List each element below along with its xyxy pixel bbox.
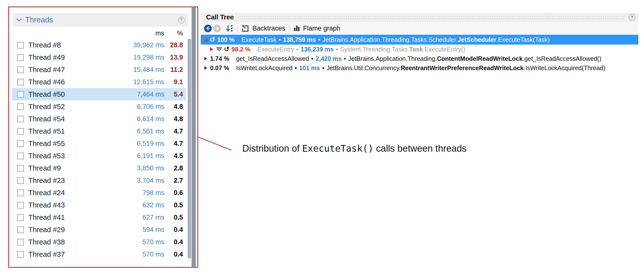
backtraces-button[interactable]: Backtraces [242,24,286,32]
thread-checkbox[interactable] [17,54,24,61]
thread-percent: 4.7 [164,140,183,148]
thread-row[interactable]: Thread #23 3,704 ms 2.7 [12,174,186,186]
thread-row[interactable]: Thread #38 570 ms 0.4 [12,236,186,248]
call-tree-row[interactable]: 0.07 % IsWriteLockAcquired • 101 ms • Je… [201,63,638,72]
thread-ms: 3,850 ms [127,164,164,172]
thread-checkbox[interactable] [17,66,24,73]
chevron-down-icon[interactable] [16,18,22,22]
thread-row[interactable]: Thread #52 6,706 ms 4.8 [12,100,186,113]
column-header-percent[interactable]: % [164,30,183,37]
help-icon[interactable]: ? [178,17,185,24]
thread-name: Thread #23 [24,176,127,185]
thread-row[interactable]: Thread #53 6,191 ms 4.5 [12,150,186,162]
thread-checkbox[interactable] [17,91,24,98]
panel-splitter[interactable] [192,8,196,267]
thread-row[interactable]: Thread #54 6,614 ms 4.8 [12,113,186,125]
row-namespace: JetBrains.Application.Threading. [348,55,437,62]
thread-row[interactable]: Thread #41 627 ms 0.5 [12,211,186,224]
threads-column-headers: ms % [12,28,186,38]
threads-list: Thread #8 39,962 ms 28.8 Thread #49 19,2… [12,39,186,260]
thread-checkbox[interactable] [17,251,24,258]
thread-checkbox[interactable] [17,42,24,48]
threads-panel-title: Threads [25,16,53,24]
thread-percent: 2.8 [164,164,183,172]
expanded-arrow-icon[interactable] [203,37,208,42]
thread-row[interactable]: Thread #51 6,561 ms 4.7 [12,125,186,137]
help-icon[interactable]: ? [629,14,636,21]
drag-grip[interactable] [239,15,624,20]
thread-row[interactable]: Thread #8 39,962 ms 28.8 [12,39,186,51]
thread-row[interactable]: Thread #37 570 ms 0.4 [12,248,186,260]
thread-row[interactable]: Thread #43 632 ms 0.5 [12,199,186,211]
thread-ms: 6,614 ms [127,115,164,123]
thread-ms: 570 ms [127,238,164,246]
threads-scrollbar-thumb[interactable] [188,39,191,258]
profiler-screenshot: { "colors": { "annotation_red": "#c0504d… [0,0,644,274]
collapsed-arrow-icon[interactable] [209,46,214,52]
thread-row[interactable]: Thread #49 19,298 ms 13.9 [12,51,186,64]
thread-row[interactable]: Thread #29 594 ms 0.4 [12,224,186,236]
thread-percent: 11.2 [164,66,183,74]
thread-ms: 6,191 ms [127,152,164,160]
thread-ms: 3,704 ms [127,177,164,184]
call-tree-row[interactable]: 1.74 % get_IsReadAccessAllowed • 2,420 m… [201,54,638,63]
thread-row[interactable]: Thread #55 6,519 ms 4.7 [12,137,186,150]
row-method: get_IsReadAccessAllowed [236,55,309,62]
thread-checkbox[interactable] [17,128,24,135]
thread-checkbox[interactable] [17,177,24,184]
back-button[interactable] [204,24,212,32]
thread-name: Thread #55 [24,140,127,148]
thread-name: Thread #52 [24,103,127,111]
row-percent: 0.07 % [210,64,229,72]
arrow-left-icon [206,26,210,31]
thread-row[interactable]: Thread #24 798 ms 0.6 [12,186,186,199]
thread-checkbox[interactable] [17,140,24,147]
thread-ms: 15,484 ms [127,66,164,74]
row-method: IsWriteLockAcquired [236,64,292,72]
thread-row-selected[interactable]: Thread #50 7,464 ms 5.4 [12,88,186,100]
row-namespace: System.Threading.Tasks. [340,46,409,53]
thread-name: Thread #46 [24,78,127,86]
collapsed-arrow-icon[interactable] [203,65,208,71]
thread-name: Thread #29 [24,226,127,234]
thread-name: Thread #53 [24,152,127,160]
thread-checkbox[interactable] [17,226,24,233]
thread-name: Thread #50 [24,90,127,98]
thread-checkbox[interactable] [17,165,24,172]
row-percent: 98.2 % [232,46,251,53]
thread-row[interactable]: Thread #9 3,850 ms 2.8 [12,162,186,174]
column-header-ms[interactable]: ms [127,30,164,37]
flame-graph-button[interactable]: Flame graph [294,24,340,32]
thread-checkbox[interactable] [17,116,24,122]
thread-checkbox[interactable] [17,214,24,221]
call-tree-row[interactable]: ↺ 98.2 % ExecuteEntry • 136,239 ms • Sys… [201,44,638,54]
row-namespace: JetBrains.Util.Concurrency. [326,64,401,72]
arrow-right-icon [215,26,220,31]
bullet-separator: • [296,46,298,53]
thread-checkbox[interactable] [17,239,24,246]
thread-ms: 39,962 ms [127,41,164,49]
row-percent: 1.74 % [210,55,229,62]
thread-checkbox[interactable] [17,79,24,86]
thread-checkbox[interactable] [17,153,24,159]
thread-checkbox[interactable] [17,202,24,208]
thread-checkbox[interactable] [17,190,24,196]
call-tree-row-selected[interactable]: ↺ 100 % ExecuteTask • 138,759 ms • JetBr… [201,35,638,44]
forward-button[interactable] [213,24,221,32]
bullet-separator: • [318,36,320,43]
thread-checkbox[interactable] [17,104,24,110]
call-tree-header[interactable]: Call Tree ? [201,13,638,22]
thread-ms: 6,561 ms [127,128,164,135]
thread-percent: 0.4 [164,250,183,258]
annotation-suffix: calls between threads [373,143,466,154]
thread-percent: 0.5 [164,202,183,209]
collapsed-arrow-icon[interactable] [203,56,208,61]
sort-order-icon[interactable] [225,24,233,32]
threads-panel-header[interactable]: Threads ? [13,13,188,26]
row-ms: 136,239 ms [301,46,334,53]
thread-row[interactable]: Thread #46 12,615 ms 9.1 [12,76,186,88]
thread-ms: 627 ms [127,214,164,221]
thread-row[interactable]: Thread #47 15,484 ms 11.2 [12,64,186,76]
threads-scrollbar-track[interactable] [188,39,191,262]
thread-percent: 13.9 [164,54,183,61]
